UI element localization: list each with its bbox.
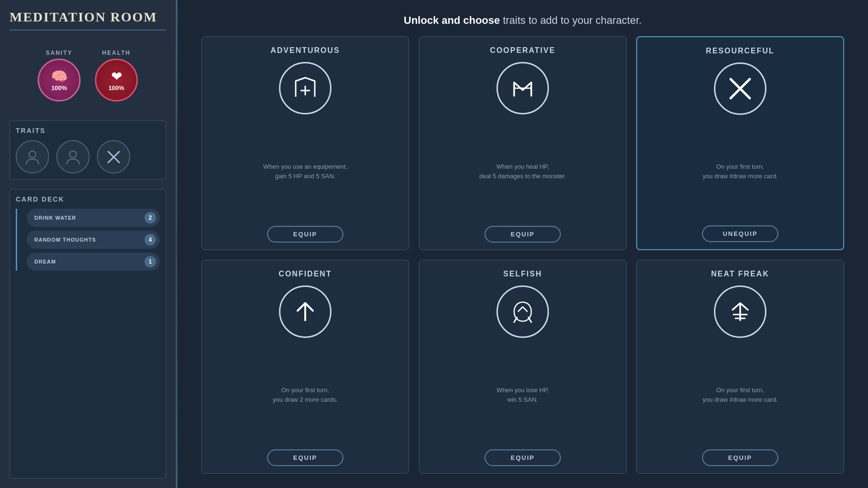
card-item-dream[interactable]: DREAM 1 [27,253,160,271]
trait-card-confident: CONFIDENT On your first turn,you draw 2 … [201,260,409,474]
confident-equip-button[interactable]: EQUIP [267,449,343,466]
card-deck-section: CARD DECK DRINK WATER 2 RANDOM THOUGHTS … [10,189,166,478]
sanity-label: SANITY [46,50,72,56]
traits-section: TRAITS [10,121,166,180]
card-item-random-thoughts-count: 4 [145,234,156,245]
selfish-symbol-circle [496,285,549,338]
stats-row: SANITY 🧠 100% HEALTH ❤ 100% [10,45,166,111]
adventurous-symbol-circle [279,62,331,114]
main-content: Unlock and choose traits to add to your … [177,0,868,488]
trait-slot-1[interactable] [16,140,49,173]
confident-name: CONFIDENT [279,270,331,278]
cooperative-equip-button[interactable]: EQUIP [485,226,561,243]
trait-card-resourceful: RESOURCEFUL On your first turn,you draw … [636,36,844,250]
sanity-icon: 🧠 [51,69,68,84]
card-item-drink-water[interactable]: DRINK WATER 2 [27,209,160,227]
adventurous-equip-button[interactable]: EQUIP [267,226,343,243]
health-icon: ❤ [111,69,122,84]
resourceful-desc: On your first turn,you draw #draw more c… [703,122,778,221]
sanity-value: 100% [51,84,67,92]
resourceful-name: RESOURCEFUL [706,47,775,55]
confident-desc: On your first turn,you draw 2 more cards… [273,345,338,445]
traits-slots-row [16,140,160,173]
sidebar-title: Meditation Room [10,10,166,30]
neat-freak-symbol-circle [714,285,766,338]
svg-point-1 [70,151,76,158]
trait-slot-3[interactable] [97,140,130,173]
selfish-desc: When you lose HP,win 5 SAN. [496,345,549,445]
selfish-name: SELFISH [503,270,542,278]
sanity-circle: 🧠 100% [38,59,81,102]
adventurous-desc: When you use an equipement,gain 5 HP and… [263,122,347,221]
health-label: HEALTH [102,50,131,56]
card-items-list: DRINK WATER 2 RANDOM THOUGHTS 4 DREAM 1 [16,209,160,271]
resourceful-icon [726,74,754,103]
cooperative-icon [508,74,537,102]
health-value: 100% [108,84,124,92]
neat-freak-icon [726,297,754,326]
sidebar: Meditation Room SANITY 🧠 100% HEALTH ❤ 1… [0,0,176,488]
subtitle-strong: Unlock and choose [404,14,500,26]
trait-card-adventurous: ADVENTUROUS When you use an equipement,g… [201,36,409,250]
neat-freak-equip-button[interactable]: EQUIP [702,449,778,466]
cooperative-name: COOPERATIVE [490,46,555,55]
neat-freak-name: NEAT FREAK [711,270,769,278]
traits-section-title: TRAITS [16,127,160,134]
card-item-random-thoughts-name: RANDOM THOUGHTS [34,237,96,243]
trait-card-neat-freak: NEAT FREAK On your first turn,you draw #… [636,260,844,474]
card-item-dream-count: 1 [145,256,156,267]
card-deck-title: CARD DECK [16,195,160,203]
resourceful-symbol-circle [714,62,766,115]
subtitle-rest: traits to add to your character. [503,14,641,26]
page-subtitle: Unlock and choose traits to add to your … [201,14,844,27]
health-circle: ❤ 100% [95,59,138,102]
traits-grid: ADVENTUROUS When you use an equipement,g… [201,36,844,474]
trait-card-cooperative: COOPERATIVE When you heal HP,deal 5 dama… [419,36,627,250]
cooperative-symbol-circle [496,62,549,114]
confident-icon [291,297,320,326]
adventurous-name: ADVENTUROUS [270,46,340,55]
selfish-icon [508,297,537,326]
card-item-random-thoughts[interactable]: RANDOM THOUGHTS 4 [27,231,160,249]
svg-point-0 [29,151,36,158]
resourceful-unequip-button[interactable]: UNEQUIP [702,225,778,242]
trait-slot-2[interactable] [56,140,90,173]
adventurous-icon [291,74,320,102]
card-item-dream-name: DREAM [34,259,56,264]
cooperative-desc: When you heal HP,deal 5 damages to the m… [479,122,566,221]
card-item-drink-water-count: 2 [145,212,156,224]
sanity-stat: SANITY 🧠 100% [38,50,81,102]
card-item-drink-water-name: DRINK WATER [34,215,76,221]
trait-card-selfish: SELFISH When you lose HP,win 5 SAN. EQUI… [419,260,627,474]
health-stat: HEALTH ❤ 100% [95,50,138,102]
selfish-equip-button[interactable]: EQUIP [485,449,561,466]
neat-freak-desc: On your first turn,you draw #draw more c… [703,345,778,445]
confident-symbol-circle [279,285,331,338]
